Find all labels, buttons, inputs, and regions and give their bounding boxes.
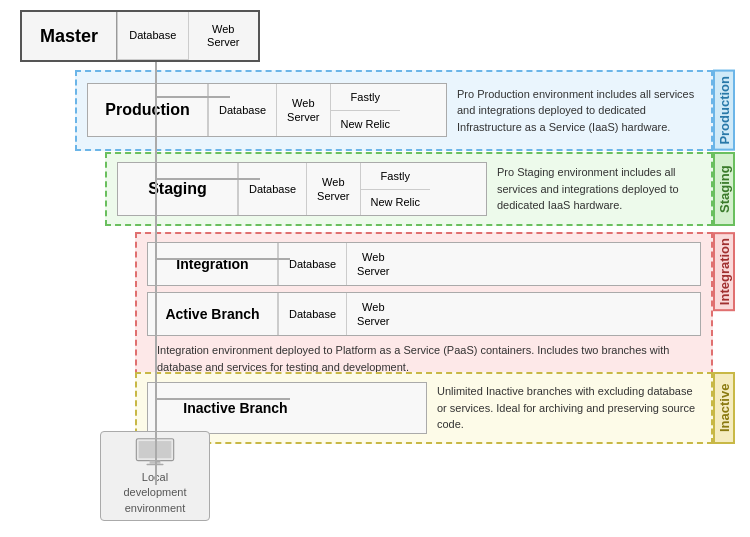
staging-description: Pro Staging environment includes all ser… [487, 164, 701, 214]
master-components: Database Web Server [117, 12, 258, 60]
staging-vertical-label: Staging [713, 152, 735, 226]
active-branch-label: Active Branch [148, 293, 278, 335]
vertical-connector-line [155, 55, 157, 485]
active-branch-webserver: Web Server [346, 293, 399, 335]
production-stack: Fastly New Relic [330, 84, 401, 136]
production-env-components: Database Web Server Fastly New Relic [208, 84, 400, 136]
master-comp-row: Database Web Server [117, 12, 258, 60]
inactive-vertical-label: Inactive [713, 372, 735, 444]
inactive-env-box: Inactive Branch [147, 382, 427, 434]
integration-webserver: Web Server [346, 243, 399, 285]
inactive-section: Inactive Branch Unlimited Inactive branc… [135, 372, 735, 444]
active-branch-box: Active Branch Database Web Server [147, 292, 701, 336]
production-section: Production Database Web Server Fastly Ne… [75, 70, 735, 151]
production-env-box: Production Database Web Server Fastly Ne… [87, 83, 447, 137]
integration-boxes: Integration Database Web Server Active B… [147, 242, 701, 336]
integration-env-label: Integration [148, 243, 278, 285]
inactive-outer: Inactive Branch Unlimited Inactive branc… [135, 372, 713, 444]
master-label: Master [22, 12, 117, 60]
staging-fastly: Fastly [361, 163, 431, 190]
staging-webserver: Web Server [306, 163, 359, 215]
production-webserver: Web Server [276, 84, 329, 136]
production-newrelic: New Relic [331, 111, 401, 137]
staging-database: Database [238, 163, 306, 215]
integration-env-box: Integration Database Web Server [147, 242, 701, 286]
production-outer: Production Database Web Server Fastly Ne… [75, 70, 713, 151]
integration-section: Integration Database Web Server Active B… [135, 232, 735, 385]
production-env-label: Production [88, 84, 208, 136]
diagram-container: Master Database Web Server Production Da… [0, 0, 750, 537]
h-connector-inactive [155, 398, 290, 400]
staging-stack: Fastly New Relic [360, 163, 431, 215]
staging-env-components: Database Web Server Fastly New Relic [238, 163, 430, 215]
staging-outer: Staging Database Web Server Fastly New R… [105, 152, 713, 226]
h-connector-integration [155, 258, 290, 260]
integration-database: Database [278, 243, 346, 285]
production-vertical-label: Production [713, 70, 735, 151]
production-description: Pro Production environment includes all … [447, 86, 701, 136]
integration-vertical-label: Integration [713, 232, 735, 311]
master-box: Master Database Web Server [20, 10, 260, 62]
inactive-description: Unlimited Inactive branches with excludi… [427, 383, 701, 433]
h-connector-staging [155, 178, 260, 180]
production-database: Database [208, 84, 276, 136]
h-connector-localdev [155, 460, 160, 462]
integration-outer: Integration Database Web Server Active B… [135, 232, 713, 385]
active-branch-components: Database Web Server [278, 293, 400, 335]
integration-env-components: Database Web Server [278, 243, 400, 285]
active-branch-database: Database [278, 293, 346, 335]
staging-section: Staging Database Web Server Fastly New R… [105, 152, 735, 226]
master-webserver: Web Server [188, 12, 258, 60]
staging-env-box: Staging Database Web Server Fastly New R… [117, 162, 487, 216]
inactive-branch-label: Inactive Branch [148, 383, 323, 433]
integration-description: Integration environment deployed to Plat… [147, 342, 701, 375]
production-fastly: Fastly [331, 84, 401, 111]
staging-env-label: Staging [118, 163, 238, 215]
staging-newrelic: New Relic [361, 190, 431, 216]
master-database: Database [117, 12, 187, 60]
h-connector-production [155, 96, 230, 98]
